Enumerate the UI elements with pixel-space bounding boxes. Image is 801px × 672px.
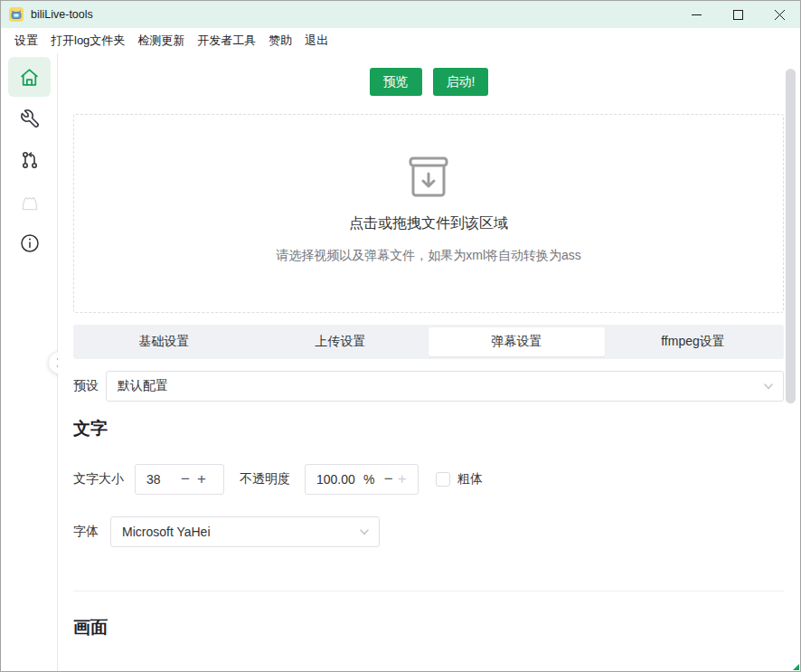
clip-icon (18, 190, 42, 213)
menu-item-devtools[interactable]: 开发者工具 (191, 30, 262, 52)
opacity-increase-button[interactable]: + (395, 466, 409, 493)
sidebar (1, 53, 58, 671)
settings-tabbar: 基础设置 上传设置 弹幕设置 ffmpeg设置 (73, 325, 784, 359)
app-window: biliLive-tools 设置 打开log文件夹 检测更新 开发者工具 赞助… (0, 0, 801, 672)
menu-item-sponsor[interactable]: 赞助 (262, 30, 298, 52)
font-select[interactable]: Microsoft YaHei (110, 516, 380, 547)
window-title: biliLive-tools (31, 8, 93, 21)
action-button-row: 预览 启动! (58, 68, 800, 96)
opacity-decrease-button[interactable]: − (382, 466, 395, 493)
font-select-value: Microsoft YaHei (122, 525, 211, 539)
bold-label: 粗体 (457, 471, 483, 487)
main-content: 预览 启动! 点击或拖拽文件到该区域 请选择视频以及弹幕文件，如果为xml将自动… (58, 53, 800, 671)
opacity-suffix: % (363, 472, 374, 487)
vertical-scrollbar[interactable] (786, 69, 796, 403)
file-dropzone[interactable]: 点击或拖拽文件到该区域 请选择视频以及弹幕文件，如果为xml将自动转换为ass (73, 114, 784, 313)
opacity-input-box: % − + (305, 464, 419, 495)
font-size-label: 文字大小 (73, 471, 124, 487)
tab-ffmpeg-settings[interactable]: ffmpeg设置 (605, 327, 781, 356)
menu-item-check-update[interactable]: 检测更新 (131, 30, 191, 52)
chevron-down-icon (763, 381, 774, 392)
maximize-icon (733, 10, 743, 20)
minimize-icon (692, 10, 702, 20)
tab-danmaku-settings[interactable]: 弹幕设置 (429, 327, 605, 356)
start-button[interactable]: 启动! (433, 68, 489, 96)
resize-grip[interactable] (793, 664, 799, 670)
sidebar-item-home[interactable] (8, 57, 51, 97)
menubar: 设置 打开log文件夹 检测更新 开发者工具 赞助 退出 (1, 28, 800, 53)
font-label: 字体 (73, 524, 99, 540)
home-icon (18, 66, 41, 89)
webhook-icon (19, 149, 41, 171)
bold-checkbox[interactable] (436, 472, 450, 487)
sidebar-item-about[interactable] (8, 223, 51, 263)
app-logo-icon (9, 7, 24, 22)
text-section-heading: 文字 (73, 417, 108, 440)
text-controls-row: 文字大小 − + 不透明度 % − + 粗体 (73, 464, 483, 495)
tab-upload-settings[interactable]: 上传设置 (252, 327, 429, 356)
sidebar-item-live[interactable] (8, 182, 51, 222)
font-size-increase-button[interactable]: + (193, 466, 210, 493)
preview-button[interactable]: 预览 (370, 68, 422, 96)
close-icon (775, 10, 785, 20)
opacity-label: 不透明度 (240, 471, 290, 487)
font-row: 字体 Microsoft YaHei (73, 516, 380, 547)
archive-download-icon (405, 156, 452, 198)
menu-item-exit[interactable]: 退出 (298, 30, 335, 52)
titlebar: biliLive-tools (1, 1, 800, 28)
sidebar-item-webhook[interactable] (8, 140, 51, 180)
menu-item-settings[interactable]: 设置 (8, 30, 44, 52)
info-icon (19, 232, 41, 254)
opacity-input[interactable] (316, 472, 363, 487)
font-size-input[interactable] (146, 472, 177, 487)
maximize-button[interactable] (717, 1, 759, 28)
preset-row: 预设 默认配置 (73, 371, 784, 402)
font-size-input-box: − + (135, 464, 224, 495)
preset-select[interactable]: 默认配置 (106, 371, 784, 402)
font-size-decrease-button[interactable]: − (177, 466, 193, 493)
chevron-down-icon (359, 526, 370, 537)
sidebar-item-tools[interactable] (8, 99, 51, 138)
close-button[interactable] (759, 1, 800, 28)
preset-select-value: 默认配置 (118, 378, 168, 394)
dropzone-title: 点击或拖拽文件到该区域 (74, 214, 783, 233)
dropzone-subtitle: 请选择视频以及弹幕文件，如果为xml将自动转换为ass (74, 248, 783, 264)
preset-label: 预设 (73, 378, 99, 394)
menu-item-open-log-folder[interactable]: 打开log文件夹 (44, 30, 131, 52)
minimize-button[interactable] (675, 1, 717, 28)
section-divider (73, 591, 784, 592)
screen-section-heading: 画面 (73, 616, 108, 639)
wrench-icon (19, 108, 41, 129)
tab-basic-settings[interactable]: 基础设置 (76, 327, 252, 356)
